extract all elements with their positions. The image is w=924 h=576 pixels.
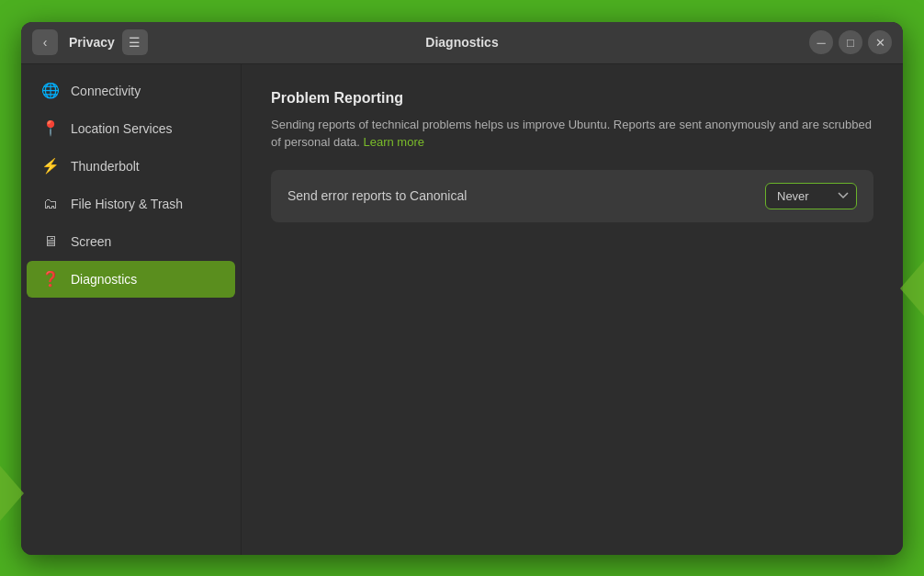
diagnostics-icon: ❓ (41, 270, 60, 288)
sidebar-item-thunderbolt[interactable]: ⚡ Thunderbolt (27, 148, 235, 185)
sidebar-item-connectivity[interactable]: 🌐 Connectivity (27, 73, 235, 109)
thunderbolt-icon: ⚡ (41, 157, 60, 175)
titlebar-right: ─ □ ✕ (809, 30, 892, 54)
titlebar-left: ‹ Privacy ☰ (32, 29, 148, 55)
decorative-triangle-right (900, 261, 924, 316)
back-button[interactable]: ‹ (32, 29, 58, 55)
sidebar: 🌐 Connectivity 📍 Location Services ⚡ Thu… (21, 64, 242, 555)
sidebar-item-diagnostics[interactable]: ❓ Diagnostics (27, 261, 235, 298)
screen-icon: 🖥 (41, 232, 60, 251)
connectivity-icon: 🌐 (41, 82, 60, 100)
content-area: 🌐 Connectivity 📍 Location Services ⚡ Thu… (21, 64, 903, 555)
sidebar-item-label-file-history: File History & Trash (71, 197, 183, 211)
file-history-icon: 🗂 (41, 195, 60, 213)
sidebar-item-file-history-trash[interactable]: 🗂 File History & Trash (27, 186, 235, 222)
section-title: Problem Reporting (271, 90, 873, 107)
sidebar-title-label: Privacy (69, 35, 115, 50)
send-error-reports-dropdown[interactable]: Never Always Automatic (765, 183, 857, 209)
sidebar-item-label-diagnostics: Diagnostics (71, 272, 137, 287)
learn-more-link[interactable]: Learn more (363, 135, 423, 149)
section-description: Sending reports of technical problems he… (271, 116, 873, 152)
maximize-button[interactable]: □ (839, 30, 862, 54)
titlebar: ‹ Privacy ☰ Diagnostics ─ □ ✕ (21, 22, 903, 64)
minimize-button[interactable]: ─ (809, 30, 833, 54)
sidebar-item-label-thunderbolt: Thunderbolt (71, 159, 140, 174)
option-label-text: Send error reports to Canonical (287, 188, 467, 203)
error-reports-option-row: Send error reports to Canonical Never Al… (271, 170, 873, 222)
sidebar-item-screen[interactable]: 🖥 Screen (27, 223, 235, 260)
close-button[interactable]: ✕ (868, 30, 892, 54)
window-title: Diagnostics (425, 35, 498, 50)
main-content-area: Problem Reporting Sending reports of tec… (242, 64, 903, 555)
menu-button[interactable]: ☰ (122, 29, 148, 55)
sidebar-item-location-services[interactable]: 📍 Location Services (27, 110, 235, 147)
main-window: ‹ Privacy ☰ Diagnostics ─ □ ✕ 🌐 Connecti… (21, 22, 903, 555)
sidebar-item-label-screen: Screen (71, 234, 111, 249)
decorative-triangle-left (0, 466, 24, 521)
sidebar-item-label-location: Location Services (71, 121, 173, 136)
location-icon: 📍 (41, 119, 60, 138)
sidebar-item-label-connectivity: Connectivity (71, 84, 141, 98)
